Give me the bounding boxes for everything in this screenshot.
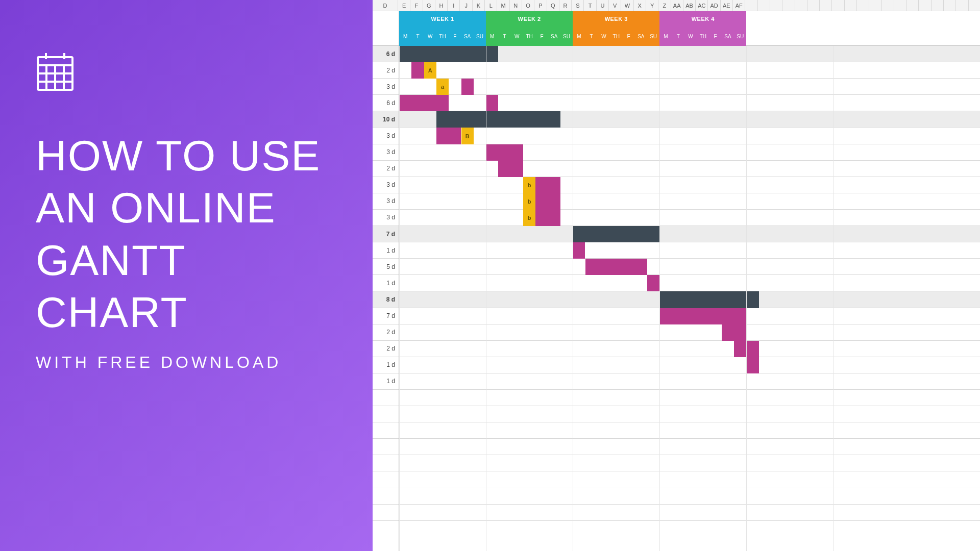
gantt-bar-summary[interactable] [573, 226, 659, 242]
column-header-cell[interactable] [745, 0, 757, 11]
column-header-cell[interactable]: K [473, 0, 485, 11]
column-header-cell[interactable]: R [559, 0, 572, 11]
column-header-cell[interactable]: X [634, 0, 646, 11]
gantt-bar-task[interactable] [535, 210, 560, 226]
column-header-cell[interactable]: T [584, 0, 596, 11]
duration-cell[interactable] [373, 390, 399, 406]
column-header-cell[interactable] [944, 0, 956, 11]
duration-cell-summary[interactable]: 6 d [373, 46, 399, 62]
column-header-cell[interactable]: G [423, 0, 435, 11]
gantt-marker[interactable]: b [523, 177, 535, 193]
column-header-cell[interactable]: J [460, 0, 472, 11]
gantt-marker[interactable]: a [436, 79, 449, 95]
duration-cell[interactable] [373, 488, 399, 505]
gantt-bar-task[interactable] [585, 259, 648, 275]
duration-cell[interactable]: 7 d [373, 308, 399, 324]
duration-cell[interactable] [373, 439, 399, 455]
column-header-cell[interactable] [956, 0, 968, 11]
column-header-cell[interactable]: V [609, 0, 621, 11]
column-header-cell[interactable] [807, 0, 820, 11]
column-header-cell[interactable]: AE [721, 0, 733, 11]
duration-cell[interactable] [373, 505, 399, 521]
column-header-cell[interactable]: AD [708, 0, 720, 11]
column-header-cell[interactable]: N [510, 0, 522, 11]
gantt-bar-task[interactable] [659, 308, 746, 324]
gantt-bar-summary[interactable] [399, 46, 498, 62]
duration-cell[interactable]: 3 d [373, 128, 399, 144]
duration-cell[interactable] [373, 422, 399, 439]
gantt-bar-task[interactable] [498, 161, 523, 177]
gantt-bar-task[interactable] [399, 95, 449, 111]
column-header-cell[interactable]: P [534, 0, 547, 11]
column-header-cell[interactable]: U [597, 0, 609, 11]
column-header-cell[interactable] [932, 0, 944, 11]
gantt-bar-task[interactable] [722, 324, 747, 341]
gantt-bar-task[interactable] [647, 275, 659, 291]
gantt-bar-task[interactable] [486, 144, 523, 161]
gantt-marker[interactable]: A [424, 62, 436, 79]
column-header-cell[interactable] [820, 0, 832, 11]
column-header-cell[interactable]: M [497, 0, 509, 11]
gantt-bar-summary[interactable] [659, 291, 758, 308]
column-header-cell[interactable]: I [448, 0, 460, 11]
gantt-marker[interactable]: b [523, 193, 535, 210]
gantt-bar-task[interactable] [535, 193, 560, 210]
duration-cell[interactable]: 3 d [373, 79, 399, 95]
gantt-bar-task[interactable] [436, 128, 461, 144]
column-header-cell[interactable] [845, 0, 857, 11]
duration-cell[interactable]: 3 d [373, 144, 399, 161]
duration-cell[interactable] [373, 471, 399, 488]
column-header-cell[interactable]: W [621, 0, 633, 11]
gantt-bar-task[interactable] [573, 242, 585, 259]
column-header-cell[interactable] [906, 0, 919, 11]
column-header-cell[interactable] [882, 0, 894, 11]
column-header-cell[interactable]: L [485, 0, 497, 11]
gantt-bar-task[interactable] [535, 177, 560, 193]
duration-cell-summary[interactable]: 8 d [373, 291, 399, 308]
duration-cell[interactable]: 1 d [373, 373, 399, 390]
duration-cell-summary[interactable]: 10 d [373, 111, 399, 128]
column-header-cell[interactable] [919, 0, 931, 11]
gantt-bar-task[interactable] [746, 357, 758, 373]
column-header-cell[interactable] [832, 0, 844, 11]
column-header-cell[interactable] [758, 0, 770, 11]
duration-cell[interactable]: 5 d [373, 259, 399, 275]
duration-cell[interactable]: 3 d [373, 210, 399, 226]
gantt-bar-task[interactable] [486, 95, 498, 111]
column-header-cell[interactable]: AF [733, 0, 745, 11]
column-header-cell[interactable]: S [572, 0, 584, 11]
column-header-cell[interactable]: O [522, 0, 534, 11]
duration-cell[interactable]: 2 d [373, 161, 399, 177]
duration-cell[interactable]: 2 d [373, 341, 399, 357]
column-header-cell[interactable]: D [373, 0, 398, 11]
gantt-bar-summary[interactable] [436, 111, 560, 128]
duration-cell[interactable] [373, 406, 399, 422]
column-header-cell[interactable] [857, 0, 869, 11]
column-header-cell[interactable]: F [410, 0, 423, 11]
duration-cell[interactable]: 1 d [373, 357, 399, 373]
gantt-marker[interactable]: b [523, 210, 535, 226]
column-header-cell[interactable] [969, 0, 980, 11]
column-header-cell[interactable]: AC [696, 0, 708, 11]
duration-cell[interactable]: 2 d [373, 62, 399, 79]
column-header-cell[interactable]: E [398, 0, 410, 11]
column-header-cell[interactable]: Z [658, 0, 671, 11]
duration-cell-summary[interactable]: 7 d [373, 226, 399, 242]
column-header-cell[interactable]: Y [646, 0, 658, 11]
gantt-marker[interactable]: B [461, 128, 474, 144]
duration-cell[interactable]: 2 d [373, 324, 399, 341]
duration-cell[interactable]: 1 d [373, 242, 399, 259]
column-header-cell[interactable]: AB [683, 0, 696, 11]
column-header-cell[interactable] [894, 0, 906, 11]
duration-cell[interactable]: 3 d [373, 193, 399, 210]
column-header-cell[interactable] [795, 0, 807, 11]
column-header-cell[interactable] [782, 0, 795, 11]
column-header-cell[interactable]: H [435, 0, 448, 11]
duration-cell[interactable]: 6 d [373, 95, 399, 111]
duration-cell[interactable]: 1 d [373, 275, 399, 291]
duration-cell[interactable]: 3 d [373, 177, 399, 193]
column-header-cell[interactable]: AA [671, 0, 683, 11]
gantt-bar-task[interactable] [461, 79, 474, 95]
column-header-cell[interactable]: Q [547, 0, 559, 11]
column-header-cell[interactable] [869, 0, 881, 11]
